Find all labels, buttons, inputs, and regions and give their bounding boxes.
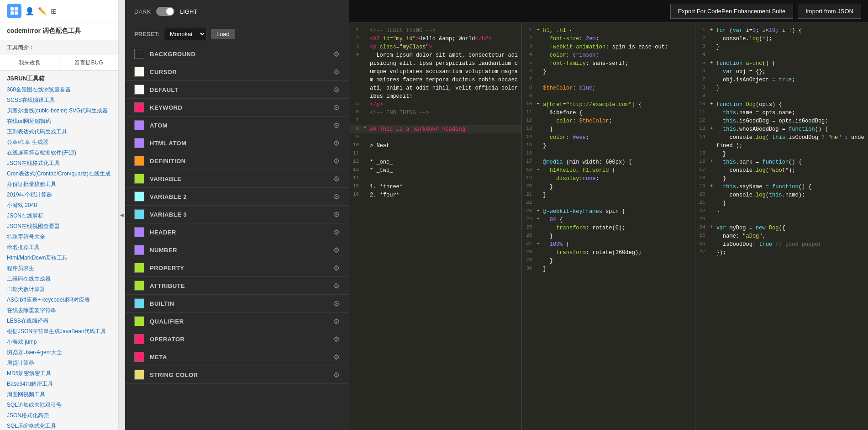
link-32[interactable]: SQL压缩格式化工具 bbox=[0, 421, 118, 430]
color-swatch-13[interactable] bbox=[134, 281, 144, 291]
link-25[interactable]: 浏览器User-Agent大全 bbox=[0, 347, 118, 358]
link-31[interactable]: JSON格式化高亮 bbox=[0, 410, 118, 421]
svg-rect-3 bbox=[15, 11, 18, 15]
svg-rect-0 bbox=[11, 7, 14, 11]
tools-links: 360全景图在线浏览查看器 SCSS在线编译工具 贝塞尔曲线(cubic-bez… bbox=[0, 85, 118, 430]
color-item-keyword: KEYWORD⚙ bbox=[125, 99, 349, 117]
gear-icon-5[interactable]: ⚙ bbox=[333, 139, 340, 148]
grid-icon[interactable]: ⊞ bbox=[51, 7, 57, 16]
color-item-html-atom: HTML ATOM⚙ bbox=[125, 134, 349, 152]
link-6[interactable]: 在线屏幕坏点检测软件(开源) bbox=[0, 148, 118, 158]
link-29[interactable]: 周围网视频工具 bbox=[0, 389, 118, 400]
link-23[interactable]: 根据JSON字符串生成JavaBean代码工具 bbox=[0, 326, 118, 337]
color-swatch-0[interactable] bbox=[134, 49, 144, 59]
section-title: 工具简介： bbox=[0, 40, 118, 55]
gear-icon-12[interactable]: ⚙ bbox=[333, 264, 340, 272]
gear-icon-13[interactable]: ⚙ bbox=[333, 281, 340, 290]
color-name-0: BACKGROUND bbox=[150, 51, 328, 58]
color-swatch-15[interactable] bbox=[134, 316, 144, 326]
link-16[interactable]: Html/MarkDown互转工具 bbox=[0, 253, 118, 263]
color-swatch-9[interactable] bbox=[134, 209, 144, 219]
link-17[interactable]: 程序员求生 bbox=[0, 263, 118, 274]
link-24[interactable]: 小游戏 jump bbox=[0, 337, 118, 347]
html-panel[interactable]: 1<!-- BEGIN THING --> 2<h2 id="my_id">He… bbox=[349, 23, 522, 430]
color-swatch-8[interactable] bbox=[134, 191, 144, 202]
link-11[interactable]: 小游戏 2048 bbox=[0, 200, 118, 211]
link-27[interactable]: MD5加密解密工具 bbox=[0, 368, 118, 379]
gear-icon-6[interactable]: ⚙ bbox=[333, 157, 340, 165]
improve-button[interactable]: 我来改良 bbox=[0, 55, 59, 70]
gear-icon-7[interactable]: ⚙ bbox=[333, 175, 340, 183]
preset-select[interactable]: Monokai Dracula Solarized bbox=[164, 28, 206, 40]
link-13[interactable]: JSON在线视图查看器 bbox=[0, 221, 118, 232]
color-item-number: NUMBER⚙ bbox=[125, 241, 349, 259]
color-swatch-18[interactable] bbox=[134, 370, 144, 380]
color-swatch-4[interactable] bbox=[134, 120, 144, 130]
import-button[interactable]: Import from JSON bbox=[798, 4, 861, 19]
link-20[interactable]: ASCII对应表+ keycode键码对应表 bbox=[0, 295, 118, 305]
gear-icon-9[interactable]: ⚙ bbox=[333, 210, 340, 219]
color-item-builtin: BUILTIN⚙ bbox=[125, 295, 349, 313]
gear-icon-16[interactable]: ⚙ bbox=[333, 335, 340, 344]
link-12[interactable]: JSON在线解析 bbox=[0, 211, 118, 221]
link-3[interactable]: 在线url网址编辑码 bbox=[0, 116, 118, 127]
color-swatch-3[interactable] bbox=[134, 102, 144, 112]
link-2[interactable]: 贝塞尔曲线(cubic-bezier) SVG代码生成器 bbox=[0, 106, 118, 116]
link-1[interactable]: SCSS在线编译工具 bbox=[0, 95, 118, 106]
color-swatch-7[interactable] bbox=[134, 174, 144, 184]
color-swatch-6[interactable] bbox=[134, 156, 144, 166]
logo-icon bbox=[7, 4, 21, 18]
edit-icon[interactable]: ✏️ bbox=[38, 7, 47, 16]
collapse-arrow[interactable]: ◀ bbox=[119, 0, 125, 430]
link-18[interactable]: 二维码在线生成器 bbox=[0, 274, 118, 284]
link-5[interactable]: 公章/印章 生成器 bbox=[0, 137, 118, 148]
link-19[interactable]: 日期天数计算器 bbox=[0, 284, 118, 295]
link-26[interactable]: 房贷计算器 bbox=[0, 358, 118, 368]
gear-icon-1[interactable]: ⚙ bbox=[333, 68, 340, 76]
css-panel[interactable]: 1+h1, .h1 { 2 font-size: 2em; 3 -webkit-… bbox=[522, 23, 695, 430]
feedback-button[interactable]: 留言提BUG bbox=[59, 55, 118, 70]
link-8[interactable]: Cron表达式(Crontab/Cron/quartz)在线生成 bbox=[0, 169, 118, 179]
color-swatch-10[interactable] bbox=[134, 227, 144, 237]
light-label: LIGHT bbox=[180, 8, 197, 15]
color-swatch-17[interactable] bbox=[134, 352, 144, 362]
color-name-16: OPERATOR bbox=[150, 336, 328, 343]
gear-icon-15[interactable]: ⚙ bbox=[333, 317, 340, 326]
color-swatch-2[interactable] bbox=[134, 85, 144, 95]
gear-icon-17[interactable]: ⚙ bbox=[333, 353, 340, 361]
theme-toggle[interactable] bbox=[156, 7, 174, 16]
color-swatch-11[interactable] bbox=[134, 245, 144, 255]
gear-icon-18[interactable]: ⚙ bbox=[333, 371, 340, 379]
export-button[interactable]: Export For CodePen Enhancement Suite bbox=[670, 4, 794, 19]
link-22[interactable]: LESS在线编译器 bbox=[0, 316, 118, 326]
link-28[interactable]: Base64加解密工具 bbox=[0, 379, 118, 389]
preset-label: PRESET: bbox=[134, 31, 159, 37]
color-swatch-14[interactable] bbox=[134, 298, 144, 308]
link-4[interactable]: 正则表达式代码生成工具 bbox=[0, 127, 118, 137]
js-panel[interactable]: 1+for (var i=0; i<10; i++) { 2 console.l… bbox=[695, 23, 868, 430]
gear-icon-4[interactable]: ⚙ bbox=[333, 121, 340, 130]
link-14[interactable]: 特殊字符号大全 bbox=[0, 232, 118, 242]
link-30[interactable]: SQL追加或去除双引号 bbox=[0, 400, 118, 410]
load-button[interactable]: Load bbox=[211, 29, 235, 39]
gear-icon-11[interactable]: ⚙ bbox=[333, 246, 340, 255]
gear-icon-2[interactable]: ⚙ bbox=[333, 85, 340, 94]
link-7[interactable]: JSON在线格式化工具 bbox=[0, 158, 118, 169]
link-15[interactable]: 命名推荐工具 bbox=[0, 242, 118, 253]
gear-icon-14[interactable]: ⚙ bbox=[333, 299, 340, 308]
color-swatch-12[interactable] bbox=[134, 263, 144, 273]
link-10[interactable]: 2019年个税计算器 bbox=[0, 190, 118, 200]
link-9[interactable]: 身份证批量校验工具 bbox=[0, 179, 118, 190]
color-swatch-16[interactable] bbox=[134, 334, 144, 344]
gear-icon-0[interactable]: ⚙ bbox=[333, 50, 340, 58]
color-name-6: DEFINITION bbox=[150, 158, 328, 165]
color-swatch-5[interactable] bbox=[134, 138, 144, 148]
color-item-header: HEADER⚙ bbox=[125, 223, 349, 241]
gear-icon-8[interactable]: ⚙ bbox=[333, 192, 340, 201]
link-21[interactable]: 在线去除重复字符串 bbox=[0, 305, 118, 316]
gear-icon-10[interactable]: ⚙ bbox=[333, 228, 340, 237]
color-swatch-1[interactable] bbox=[134, 67, 144, 77]
link-0[interactable]: 360全景图在线浏览查看器 bbox=[0, 85, 118, 95]
user-icon[interactable]: 👤 bbox=[25, 7, 34, 16]
gear-icon-3[interactable]: ⚙ bbox=[333, 103, 340, 112]
